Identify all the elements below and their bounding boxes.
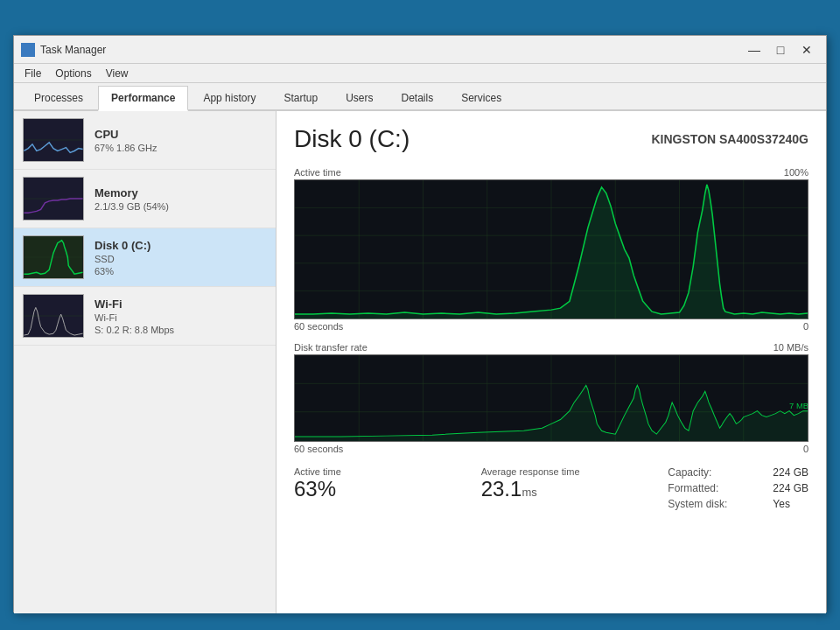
formatted-value: 224 GB — [773, 482, 808, 494]
avg-response-stat-label: Average response time — [481, 466, 642, 477]
disk-model: KINGSTON SA400S37240G — [652, 132, 809, 146]
chart1-max: 100% — [784, 167, 808, 178]
tab-performance[interactable]: Performance — [98, 86, 188, 111]
chart2-label-row: Disk transfer rate 10 MB/s — [294, 342, 808, 353]
wifi-title: Wi-Fi — [94, 298, 267, 311]
capacity-value: 224 GB — [773, 466, 808, 479]
active-time-chart — [294, 179, 808, 319]
chart2-max: 10 MB/s — [774, 342, 808, 353]
memory-mini-chart — [23, 177, 84, 220]
disk-title-sidebar: Disk 0 (C:) — [94, 239, 267, 252]
window-title: Task Manager — [40, 44, 106, 56]
content-area: CPU 67% 1.86 GHz Memory 2.1/3.9 GB (54%) — [14, 111, 826, 613]
tab-app-history[interactable]: App history — [190, 86, 269, 109]
system-disk-label: System disk: — [668, 498, 755, 510]
active-time-stat-value: 63% — [294, 477, 455, 501]
right-stats: Capacity: 224 GB Formatted: 224 GB Syste… — [668, 466, 808, 514]
sidebar-item-disk[interactable]: Disk 0 (C:) SSD 63% — [14, 228, 276, 287]
title-bar: Task Manager — □ ✕ — [14, 36, 826, 64]
chart2-label: Disk transfer rate — [294, 342, 368, 353]
tab-users[interactable]: Users — [332, 86, 386, 109]
main-panel: Disk 0 (C:) KINGSTON SA400S37240G Active… — [276, 111, 826, 613]
active-time-stat: Active time 63% — [294, 466, 455, 514]
sidebar-item-wifi[interactable]: Wi-Fi Wi-Fi S: 0.2 R: 8.8 Mbps — [14, 287, 276, 346]
menu-options[interactable]: Options — [48, 66, 98, 81]
svg-text:7 MB/s: 7 MB/s — [789, 402, 808, 410]
avg-response-stat: Average response time 23.1 ms — [481, 466, 642, 514]
menu-file[interactable]: File — [18, 66, 48, 81]
memory-info: Memory 2.1/3.9 GB (54%) — [94, 186, 267, 212]
wifi-mini-chart — [23, 294, 84, 338]
chart1-min: 0 — [803, 321, 808, 332]
capacity-row: Capacity: 224 GB — [668, 466, 808, 479]
disk-subtitle2: 63% — [94, 266, 267, 276]
tab-services[interactable]: Services — [448, 86, 514, 109]
avg-response-unit: ms — [522, 486, 536, 499]
chart1-label-row: Active time 100% — [294, 167, 808, 178]
chart1-label: Active time — [294, 167, 341, 178]
disk-title-main: Disk 0 (C:) — [294, 125, 410, 153]
active-time-stat-label: Active time — [294, 466, 455, 477]
menu-view[interactable]: View — [99, 66, 136, 81]
sidebar: CPU 67% 1.86 GHz Memory 2.1/3.9 GB (54%) — [14, 111, 276, 613]
wifi-subtitle2: S: 0.2 R: 8.8 Mbps — [94, 325, 267, 335]
app-icon — [21, 43, 35, 57]
chart2-time: 60 seconds — [294, 444, 343, 454]
cpu-subtitle: 67% 1.86 GHz — [94, 143, 267, 153]
transfer-rate-chart: 7 MB/s — [294, 354, 808, 442]
chart2-min: 0 — [803, 444, 808, 454]
chart2-bottom: 60 seconds 0 — [294, 444, 808, 454]
disk-info: Disk 0 (C:) SSD 63% — [94, 239, 267, 276]
formatted-label: Formatted: — [668, 482, 755, 494]
disk-header: Disk 0 (C:) KINGSTON SA400S37240G — [294, 125, 808, 153]
task-manager-window: Task Manager — □ ✕ File Options View Pro… — [13, 35, 827, 612]
menu-bar: File Options View — [14, 64, 826, 83]
sidebar-item-cpu[interactable]: CPU 67% 1.86 GHz — [14, 111, 276, 170]
disk-mini-chart — [23, 235, 84, 279]
avg-response-stat-value: 23.1 — [481, 477, 522, 501]
tab-details[interactable]: Details — [388, 86, 446, 109]
system-disk-value: Yes — [773, 498, 790, 510]
system-disk-row: System disk: Yes — [668, 498, 808, 510]
chart1-bottom: 60 seconds 0 — [294, 321, 808, 332]
close-button[interactable]: ✕ — [794, 41, 819, 59]
tab-bar: Processes Performance App history Startu… — [14, 83, 826, 111]
transfer-rate-section: Disk transfer rate 10 MB/s — [294, 342, 808, 454]
memory-title: Memory — [94, 186, 267, 200]
wifi-info: Wi-Fi Wi-Fi S: 0.2 R: 8.8 Mbps — [94, 298, 267, 335]
cpu-title: CPU — [94, 128, 267, 141]
disk-subtitle1: SSD — [94, 254, 267, 264]
cpu-info: CPU 67% 1.86 GHz — [94, 128, 267, 153]
memory-subtitle: 2.1/3.9 GB (54%) — [94, 201, 267, 212]
maximize-button[interactable]: □ — [768, 41, 793, 59]
active-time-section: Active time 100% — [294, 167, 808, 332]
cpu-mini-chart — [23, 118, 84, 162]
window-controls: — □ ✕ — [742, 41, 819, 59]
tab-startup[interactable]: Startup — [270, 86, 331, 109]
chart1-time: 60 seconds — [294, 321, 343, 332]
tab-processes[interactable]: Processes — [21, 86, 96, 109]
wifi-subtitle1: Wi-Fi — [94, 312, 267, 323]
capacity-label: Capacity: — [668, 466, 755, 479]
sidebar-item-memory[interactable]: Memory 2.1/3.9 GB (54%) — [14, 170, 276, 228]
minimize-button[interactable]: — — [742, 41, 766, 59]
formatted-row: Formatted: 224 GB — [668, 482, 808, 494]
title-bar-left: Task Manager — [21, 43, 106, 57]
stats-row: Active time 63% Average response time 23… — [294, 466, 808, 514]
disk-name: Disk 0 (C:) — [294, 125, 410, 153]
